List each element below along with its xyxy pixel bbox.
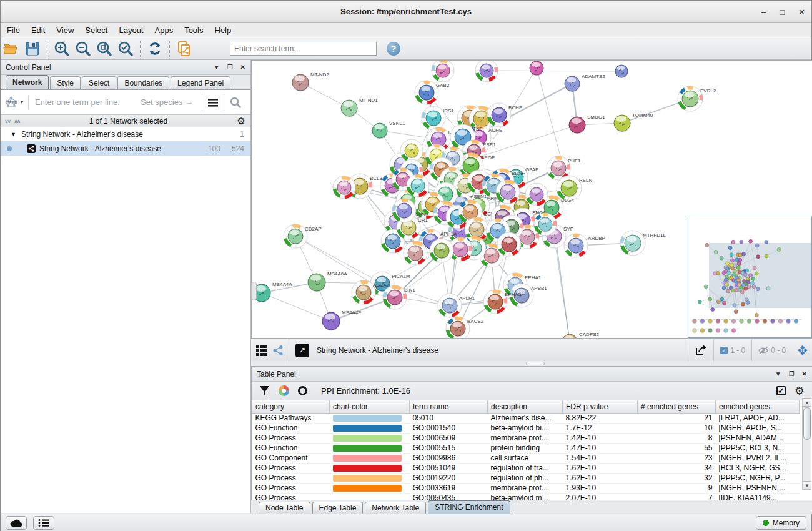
- close-panel-icon[interactable]: ✕: [240, 64, 245, 71]
- navigator-icon[interactable]: ✥: [792, 343, 812, 358]
- set-species-hint[interactable]: Set species →: [141, 97, 202, 107]
- menu-file[interactable]: File: [7, 26, 20, 35]
- tab-boundaries[interactable]: Boundaries: [117, 76, 169, 89]
- network-node[interactable]: IRS1: [422, 106, 454, 130]
- network-node[interactable]: MTHFD1L: [620, 231, 666, 256]
- network-canvas[interactable]: MT-ND2MT-ND1VSNL1GAB2ADAMTS2IRS1ABCA1CHA…: [251, 60, 812, 339]
- network-node[interactable]: MT-ND1: [341, 97, 378, 117]
- string-search-icon[interactable]: [224, 94, 247, 111]
- network-node[interactable]: MT-ND2: [292, 72, 329, 91]
- birds-eye-view[interactable]: [688, 216, 812, 338]
- column-header-description[interactable]: description: [488, 400, 563, 413]
- network-node[interactable]: TARDBP: [564, 234, 605, 257]
- close-button[interactable]: ✕: [798, 7, 805, 17]
- network-node[interactable]: TOMM40: [614, 112, 653, 132]
- menu-select[interactable]: Select: [85, 26, 107, 35]
- network-panel-gear-icon[interactable]: ⚙: [237, 116, 245, 127]
- scrollbar-thumb[interactable]: [803, 407, 811, 440]
- network-node[interactable]: BCHE: [487, 103, 522, 127]
- table-float-icon[interactable]: ❐: [789, 370, 795, 377]
- network-node[interactable]: BIN1: [383, 285, 415, 309]
- network-node[interactable]: [407, 174, 429, 197]
- network-node[interactable]: MS4A6A: [308, 271, 347, 292]
- chart-donut-icon[interactable]: [279, 385, 289, 396]
- zoom-in-button[interactable]: [51, 39, 72, 58]
- menu-view[interactable]: View: [56, 26, 74, 35]
- tab-string-enrichment[interactable]: STRING Enrichment: [428, 500, 510, 514]
- network-node[interactable]: [475, 61, 498, 82]
- string-search-placeholder[interactable]: Enter one term per line.: [29, 97, 141, 107]
- refresh-button[interactable]: [144, 39, 166, 58]
- tab-legend-panel[interactable]: Legend Panel: [171, 76, 230, 89]
- table-row[interactable]: GO ProcessGO:0051049regulation of tra...…: [252, 463, 800, 473]
- panel-splitter-handle[interactable]: [251, 282, 257, 300]
- open-in-string-icon[interactable]: ↗: [295, 344, 309, 357]
- column-header--enriched-genes[interactable]: # enriched genes: [638, 400, 716, 413]
- zoom-selected-button[interactable]: [115, 39, 136, 58]
- select-terms-icon[interactable]: ✓: [776, 386, 786, 395]
- network-node[interactable]: GAB2: [415, 81, 450, 104]
- tab-select[interactable]: Select: [82, 76, 116, 89]
- import-network-button[interactable]: [174, 39, 195, 58]
- table-row[interactable]: GO FunctionGO:0005515protein binding1.47…: [252, 443, 800, 453]
- table-close-icon[interactable]: ✕: [802, 370, 807, 377]
- network-node[interactable]: CADPS2: [562, 332, 600, 338]
- open-session-button[interactable]: [1, 39, 22, 58]
- network-node[interactable]: CD2AP: [284, 224, 322, 248]
- panel-menu-icon[interactable]: ▼: [214, 64, 220, 71]
- share-view-icon[interactable]: [272, 345, 284, 356]
- table-row[interactable]: GO FunctionGO:0001540beta-amyloid bi...1…: [252, 423, 800, 433]
- tab-network-table[interactable]: Network Table: [365, 502, 426, 514]
- network-node[interactable]: [333, 176, 355, 199]
- network-node[interactable]: APLP1: [438, 294, 475, 317]
- tab-node-table[interactable]: Node Table: [259, 502, 310, 514]
- collapse-triangle-icon[interactable]: ▼: [11, 131, 16, 137]
- table-row[interactable]: GO ProcessGO:0019220regulation of ph...1…: [252, 473, 800, 483]
- network-node[interactable]: [534, 213, 557, 236]
- network-node[interactable]: PHF1: [547, 156, 581, 180]
- save-session-button[interactable]: [22, 39, 43, 58]
- table-row[interactable]: GO ProcessGO:0006509membrane prot...1.42…: [252, 433, 800, 443]
- expand-all-icon[interactable]: ∧∧: [14, 118, 19, 124]
- filter-icon[interactable]: [259, 385, 270, 396]
- tab-network[interactable]: Network: [6, 75, 49, 89]
- network-node[interactable]: [400, 139, 423, 162]
- network-node[interactable]: [615, 65, 628, 78]
- tab-edge-table[interactable]: Edge Table: [312, 502, 364, 514]
- search-input[interactable]: [230, 42, 377, 56]
- menu-apps[interactable]: Apps: [155, 26, 174, 35]
- network-node[interactable]: MS4A4A: [253, 282, 292, 302]
- maximize-button[interactable]: □: [780, 7, 785, 17]
- network-node[interactable]: [496, 180, 520, 204]
- table-panel-menu-icon[interactable]: ▼: [775, 370, 781, 377]
- network-node[interactable]: [530, 61, 544, 76]
- column-header-category[interactable]: category: [252, 400, 330, 413]
- network-node[interactable]: [404, 241, 427, 265]
- memory-button[interactable]: Memory: [756, 516, 806, 530]
- float-panel-icon[interactable]: ❐: [227, 64, 233, 71]
- cloud-tasks-button[interactable]: [6, 516, 27, 530]
- column-header-fdr-p-value[interactable]: FDR p-value: [563, 400, 638, 413]
- menu-edit[interactable]: Edit: [31, 26, 45, 35]
- export-network-button[interactable]: [688, 339, 713, 361]
- zoom-out-button[interactable]: [72, 39, 94, 58]
- grid-view-icon[interactable]: [256, 345, 267, 356]
- network-collection-row[interactable]: ▼ String Network - Alzheimer's disease 1: [1, 127, 250, 141]
- network-node[interactable]: [430, 239, 453, 262]
- network-node[interactable]: [392, 199, 416, 222]
- network-node[interactable]: PVRL2: [678, 86, 716, 111]
- help-icon[interactable]: ?: [387, 42, 400, 56]
- collapse-all-icon[interactable]: ∨∨: [4, 118, 10, 124]
- table-row[interactable]: GO ComponentGO:0009986cell surface1.54E-…: [252, 453, 800, 463]
- column-header-term-name[interactable]: term name: [410, 400, 488, 413]
- network-node[interactable]: MS4A4E: [322, 310, 362, 330]
- zoom-fit-button[interactable]: [94, 39, 115, 58]
- network-node[interactable]: [525, 183, 548, 206]
- tab-style[interactable]: Style: [50, 76, 81, 89]
- network-node[interactable]: VSNL1: [372, 121, 405, 139]
- scroll-down-icon[interactable]: ▼: [803, 481, 811, 490]
- menu-layout[interactable]: Layout: [119, 26, 143, 35]
- network-row[interactable]: String Network - Alzheimer's disease 100…: [1, 141, 250, 156]
- string-logo[interactable]: STRING ▼: [4, 96, 29, 109]
- column-header-chart-color[interactable]: chart color: [330, 400, 410, 413]
